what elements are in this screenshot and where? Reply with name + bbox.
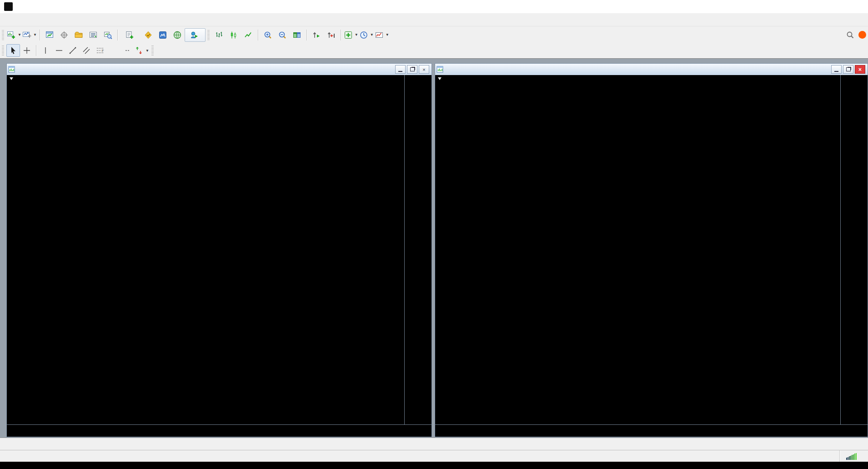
auto-trading-icon	[190, 30, 199, 40]
data-window-button[interactable]	[57, 28, 71, 42]
chevron-down-icon: ▼	[370, 33, 374, 37]
standard-toolbar: ▼ ▼	[0, 26, 868, 44]
toolbar-grip[interactable]	[207, 30, 210, 40]
bar-chart-button[interactable]	[212, 28, 226, 42]
chart-restore-button[interactable]	[843, 65, 853, 74]
community-icon	[158, 30, 167, 40]
indicators-button[interactable]: ▼	[343, 28, 359, 42]
templates-button[interactable]: ▼	[374, 28, 390, 42]
price-chart[interactable]	[7, 75, 404, 424]
maximize-button[interactable]	[826, 0, 847, 13]
toolbar-separator	[40, 30, 40, 40]
minimize-button[interactable]	[805, 0, 826, 13]
search-icon[interactable]	[846, 30, 855, 40]
mql5-website-button[interactable]	[170, 28, 185, 42]
candlestick-chart-button[interactable]	[226, 28, 241, 42]
collapse-triangle-icon[interactable]	[438, 77, 442, 80]
time-axis[interactable]	[435, 424, 868, 437]
time-axis[interactable]	[7, 424, 431, 437]
toolbar-separator	[36, 45, 36, 56]
horizontal-line-icon	[55, 46, 64, 55]
auto-trading-button[interactable]	[185, 28, 206, 42]
label-tool-label	[125, 50, 129, 51]
chevron-down-icon: ▼	[355, 33, 358, 37]
price-chart[interactable]	[435, 75, 840, 424]
clock-icon	[359, 30, 368, 40]
chart-window-icon	[437, 66, 443, 73]
chart-close-button[interactable]: ×	[419, 65, 429, 74]
auto-scroll-button[interactable]	[309, 28, 324, 42]
menu-bar	[0, 13, 868, 26]
indicators-icon	[344, 30, 353, 40]
svg-text:F: F	[102, 49, 104, 52]
chart-canvas-area[interactable]	[435, 75, 840, 424]
profiles-button[interactable]: ▼	[22, 28, 37, 42]
channel-button[interactable]	[80, 44, 93, 57]
toolbar-separator	[258, 30, 258, 40]
terminal-button[interactable]	[86, 28, 100, 42]
crosshair-button[interactable]	[20, 44, 34, 57]
signal-bars-icon	[846, 453, 857, 460]
profiles-icon	[22, 30, 31, 40]
templates-icon	[375, 30, 384, 40]
toolbar-grip[interactable]	[2, 30, 4, 40]
arrows-button[interactable]: ▼	[134, 44, 150, 57]
toolbar-separator	[117, 30, 118, 40]
fibonacci-icon: F	[95, 46, 105, 55]
chart-shift-button[interactable]	[324, 28, 338, 42]
toolbar-grip[interactable]	[151, 45, 154, 55]
new-order-button[interactable]	[120, 28, 141, 42]
mql5-community-button[interactable]	[156, 28, 170, 42]
strategy-tester-button[interactable]	[100, 28, 115, 42]
market-watch-icon	[45, 30, 54, 40]
market-watch-button[interactable]	[42, 28, 57, 42]
new-chart-button[interactable]: ▼	[6, 28, 22, 42]
chevron-down-icon: ▼	[33, 33, 37, 37]
chart-canvas-area[interactable]	[7, 75, 404, 424]
chart-window-titlebar[interactable]: ×	[7, 64, 431, 76]
chart-window-right: ×	[435, 63, 868, 437]
metaeditor-button[interactable]	[141, 28, 156, 42]
trendline-icon	[68, 46, 77, 55]
chart-info-line	[438, 77, 445, 80]
chart-minimize-button[interactable]	[395, 65, 406, 74]
new-order-icon	[125, 30, 134, 40]
trendline-button[interactable]	[66, 44, 80, 57]
zoom-in-button[interactable]	[261, 28, 275, 42]
chevron-down-icon: ▼	[18, 33, 21, 37]
chart-minimize-button[interactable]	[831, 65, 842, 74]
line-chart-button[interactable]	[241, 28, 256, 42]
fibonacci-button[interactable]: F	[93, 44, 107, 57]
periods-button[interactable]: ▼	[359, 28, 374, 42]
collapse-triangle-icon[interactable]	[10, 77, 13, 80]
tile-windows-button[interactable]	[290, 28, 304, 42]
new-chart-icon	[7, 30, 16, 40]
price-axis[interactable]	[840, 75, 868, 424]
chevron-down-icon: ▼	[386, 33, 389, 37]
auto-scroll-icon	[312, 30, 321, 40]
tester-icon	[103, 30, 112, 40]
status-bar	[0, 450, 868, 462]
navigator-button[interactable]	[71, 28, 86, 42]
cursor-button[interactable]	[6, 44, 20, 57]
chart-restore-button[interactable]	[407, 65, 417, 74]
chart-window-titlebar[interactable]: ×	[435, 64, 868, 76]
vertical-line-button[interactable]	[39, 44, 52, 57]
price-axis[interactable]	[404, 75, 431, 424]
connection-status[interactable]	[839, 450, 868, 462]
tile-windows-icon	[292, 30, 301, 40]
zoom-out-button[interactable]	[275, 28, 290, 42]
chart-window-left: ×	[6, 63, 432, 437]
notification-badge[interactable]	[858, 31, 866, 39]
chart-window-icon	[8, 66, 15, 73]
channel-icon	[82, 46, 91, 55]
globe-icon	[173, 30, 182, 40]
close-button[interactable]	[847, 0, 868, 13]
chart-close-button[interactable]: ×	[855, 65, 865, 74]
label-tool-button[interactable]	[120, 44, 134, 57]
toolbar-grip[interactable]	[2, 45, 4, 55]
text-tool-button[interactable]	[107, 44, 120, 57]
zoom-in-icon	[263, 30, 272, 40]
horizontal-line-button[interactable]	[52, 44, 66, 57]
line-chart-icon	[244, 30, 253, 40]
